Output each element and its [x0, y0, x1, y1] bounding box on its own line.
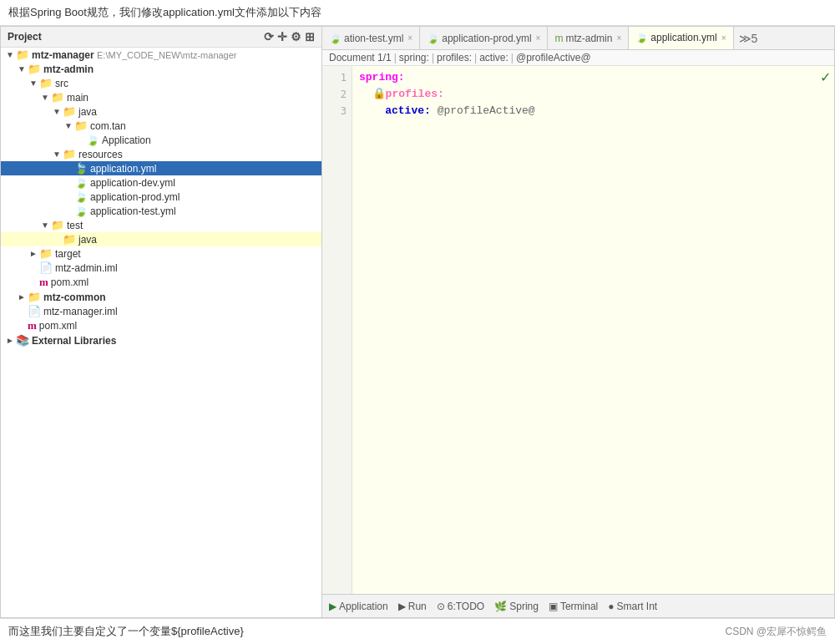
- tab-close-application-prod.yml[interactable]: ×: [536, 33, 541, 43]
- code-area[interactable]: spring: 🔒profiles: active: @profileActiv…: [352, 66, 817, 594]
- tree-arrow-mtz-common: ►: [16, 292, 28, 302]
- bottom-label-terminal: Terminal: [560, 601, 598, 612]
- tree-icon-application.yml: 🍃: [74, 162, 88, 175]
- tree-item-application.yml[interactable]: 🍃application.yml: [1, 161, 321, 175]
- tree-item-application-prod.yml[interactable]: 🍃application-prod.yml: [1, 190, 321, 204]
- tree-icon-application-test.yml: 🍃: [74, 205, 88, 217]
- tree-item-mtz-admin[interactable]: ▼📁mtz-admin: [1, 62, 321, 76]
- tree-item-pom.xml-manager[interactable]: mpom.xml: [1, 318, 321, 333]
- breadcrumb-sep-0: |: [394, 52, 397, 63]
- tab-icon-application-prod.yml: 🍃: [427, 33, 439, 44]
- bottom-item-terminal[interactable]: ▣ Terminal: [549, 601, 598, 612]
- run-label: Application: [339, 601, 388, 612]
- tree-label-mtz-manager.iml: mtz-manager.iml: [43, 306, 118, 317]
- breadcrumb-item-4: @profileActive@: [516, 52, 591, 63]
- bottom-run-app[interactable]: ▶ Application: [329, 601, 388, 612]
- tree-label-mtz-admin.iml: mtz-admin.iml: [55, 262, 118, 274]
- bottom-label-spring: Spring: [509, 601, 539, 612]
- tree-icon-pom.xml-admin: m: [39, 276, 48, 289]
- tree-item-resources[interactable]: ▼📁resources: [1, 147, 321, 161]
- bottom-icon-terminal: ▣: [549, 601, 558, 612]
- bottom-text-main: 而这里我们主要自定义了一个变量${profileActive}: [8, 624, 244, 639]
- tree-arrow-src: ▼: [28, 79, 39, 88]
- tree-item-pom.xml-admin[interactable]: mpom.xml: [1, 275, 321, 290]
- tree-arrow-target: ►: [28, 249, 39, 258]
- tree-item-com.tan[interactable]: ▼📁com.tan: [1, 119, 321, 133]
- sidebar-tree[interactable]: ▼📁mtz-manager E:\MY_CODE_NEW\mtz-manager…: [1, 48, 321, 617]
- tree-icon-java-test: 📁: [63, 233, 76, 246]
- breadcrumb-item-0: Document 1/1: [329, 52, 392, 63]
- tree-label-mtz-manager: mtz-manager E:\MY_CODE_NEW\mtz-manager: [32, 49, 237, 61]
- bottom-icon-services: ●: [608, 601, 614, 612]
- breadcrumb-item-1: spring:: [399, 52, 429, 63]
- bottom-item-run[interactable]: ▶ Run: [398, 601, 427, 612]
- tree-label-java: java: [78, 106, 97, 118]
- tab-icon-application.yml: 🍃: [635, 32, 648, 43]
- tree-arrow-com.tan: ▼: [63, 121, 74, 130]
- tree-label-src: src: [55, 78, 68, 89]
- tab-application.yml[interactable]: 🍃application.yml×: [629, 27, 733, 50]
- tree-item-application-dev.yml[interactable]: 🍃application-dev.yml: [1, 175, 321, 190]
- tree-icon-application-dev.yml: 🍃: [74, 176, 88, 189]
- editor-area: 🍃ation-test.yml×🍃application-prod.yml×mm…: [322, 27, 834, 617]
- tree-icon-mtz-admin.iml: 📄: [39, 261, 53, 274]
- tree-item-main[interactable]: ▼📁main: [1, 90, 321, 104]
- tree-item-application-test.yml[interactable]: 🍃application-test.yml: [1, 204, 321, 218]
- tree-item-mtz-admin.iml[interactable]: 📄mtz-admin.iml: [1, 261, 321, 275]
- tree-icon-main: 📁: [51, 91, 64, 104]
- layout-icon[interactable]: ⊞: [305, 30, 315, 43]
- tree-item-mtz-manager.iml[interactable]: 📄mtz-manager.iml: [1, 304, 321, 318]
- bottom-label-todo: 6:TODO: [448, 601, 484, 612]
- breadcrumb-bar: Document 1/1|spring:|profiles:|active:|@…: [322, 50, 834, 66]
- tab-application-test.yml[interactable]: 🍃ation-test.yml×: [322, 27, 420, 50]
- tree-icon-target: 📁: [39, 247, 53, 260]
- tree-icon-mtz-common: 📁: [28, 291, 41, 303]
- add-icon[interactable]: ✛: [277, 30, 287, 43]
- tab-close-mtz-admin[interactable]: ×: [616, 33, 621, 43]
- tab-close-application-test.yml[interactable]: ×: [407, 33, 412, 43]
- code-line-2: 🔒profiles:: [359, 88, 444, 100]
- tree-arrow-external-libraries: ►: [4, 336, 16, 345]
- tree-label-application-prod.yml: application-prod.yml: [90, 191, 180, 203]
- bottom-item-todo[interactable]: ⊙ 6:TODO: [437, 601, 484, 612]
- tree-label-application-dev.yml: application-dev.yml: [90, 177, 175, 189]
- bottom-icon-run: ▶: [398, 601, 406, 612]
- sync-icon[interactable]: ⟳: [264, 30, 274, 43]
- tab-application-prod.yml[interactable]: 🍃application-prod.yml×: [420, 27, 548, 50]
- line-number-3: 3: [322, 103, 352, 119]
- checkmark-icon: ✓: [817, 66, 834, 89]
- bottom-icon-todo: ⊙: [437, 601, 445, 612]
- tree-arrow-main: ▼: [39, 93, 51, 102]
- bottom-item-services[interactable]: ● Smart Int: [608, 601, 657, 612]
- breadcrumb-sep-3: |: [511, 52, 514, 63]
- tree-item-src[interactable]: ▼📁src: [1, 76, 321, 90]
- tree-arrow-mtz-manager: ▼: [4, 50, 16, 59]
- tree-label-pom.xml-admin: pom.xml: [51, 276, 89, 288]
- tree-icon-src: 📁: [39, 77, 53, 89]
- run-icon: ▶: [329, 601, 337, 612]
- breadcrumb-sep-2: |: [474, 52, 477, 63]
- tab-mtz-admin[interactable]: mmtz-admin×: [548, 27, 629, 50]
- tree-item-java[interactable]: ▼📁java: [1, 104, 321, 119]
- tree-item-test[interactable]: ▼📁test: [1, 218, 321, 232]
- tree-label-main: main: [67, 92, 89, 104]
- bottom-item-spring[interactable]: 🌿 Spring: [494, 601, 539, 612]
- tree-item-java-test[interactable]: 📁java: [1, 232, 321, 246]
- bottom-text-bar: 而这里我们主要自定义了一个变量${profileActive} CSDN @宏犀…: [0, 618, 835, 644]
- tab-close-application.yml[interactable]: ×: [721, 33, 726, 43]
- tree-label-pom.xml-manager: pom.xml: [39, 320, 77, 332]
- tree-item-target[interactable]: ►📁target: [1, 246, 321, 261]
- tree-icon-Application: 🍃: [86, 134, 99, 146]
- tree-item-mtz-common[interactable]: ►📁mtz-common: [1, 290, 321, 304]
- tab-icon-application-test.yml: 🍃: [329, 33, 342, 44]
- tabs-bar: 🍃ation-test.yml×🍃application-prod.yml×mm…: [322, 27, 834, 50]
- tree-item-mtz-manager[interactable]: ▼📁mtz-manager E:\MY_CODE_NEW\mtz-manager: [1, 48, 321, 62]
- page-wrapper: 根据Spring Boot规范，我们修改application.yml文件添加以…: [0, 0, 835, 644]
- tree-item-external-libraries[interactable]: ►📚External Libraries: [1, 333, 321, 347]
- ide-container: Project ⟳ ✛ ⚙ ⊞ ▼📁mtz-manager E:\MY_CODE…: [0, 26, 835, 618]
- bottom-label-run: Run: [408, 601, 427, 612]
- gear-icon[interactable]: ⚙: [291, 30, 301, 43]
- tab-more-button[interactable]: ≫5: [734, 32, 763, 45]
- tree-item-Application[interactable]: 🍃Application: [1, 133, 321, 147]
- tree-label-mtz-admin: mtz-admin: [43, 63, 94, 75]
